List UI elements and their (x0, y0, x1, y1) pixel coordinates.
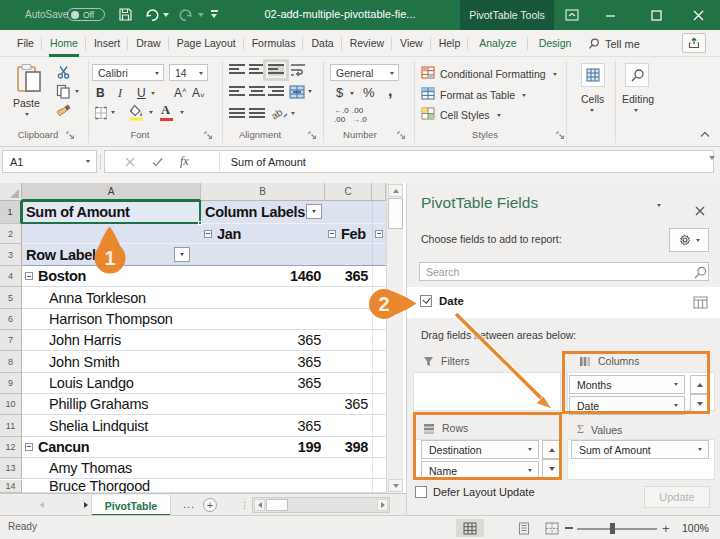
bold-button[interactable]: B (96, 86, 105, 100)
align-left-button[interactable] (229, 86, 245, 98)
row-header-5[interactable]: 5 (0, 287, 22, 308)
filters-dropzone[interactable] (413, 372, 561, 411)
vertical-scrollbar[interactable] (386, 183, 403, 493)
cell-r8c0[interactable]: John Smith (22, 351, 201, 371)
row-header-8[interactable]: 8 (0, 351, 22, 372)
cell-r8c1[interactable]: 365 (201, 351, 325, 371)
cells-button[interactable] (581, 63, 605, 87)
ribbon-tab-home[interactable]: Home (42, 30, 86, 57)
chevron-down-icon[interactable] (674, 404, 678, 407)
tell-me-box[interactable]: Tell me (588, 30, 640, 57)
minimize-button[interactable] (594, 0, 626, 30)
ribbon-tab-page-layout[interactable]: Page Layout (169, 30, 244, 57)
center-button[interactable] (249, 86, 265, 98)
rows-spin-down[interactable] (542, 459, 562, 478)
number-dialog-launcher-icon[interactable] (397, 131, 406, 140)
column-header-partial[interactable] (372, 183, 386, 201)
chevron-down-icon[interactable] (199, 72, 203, 75)
chevron-down-icon[interactable] (528, 448, 532, 451)
row-header-1[interactable]: 1 (0, 201, 22, 224)
copy-dropdown-icon[interactable] (75, 90, 79, 93)
font-color-dropdown-icon[interactable] (180, 111, 184, 114)
row-header-10[interactable]: 10 (0, 394, 22, 415)
new-sheet-button[interactable]: + (203, 498, 217, 512)
font-dialog-launcher-icon[interactable] (204, 131, 213, 140)
decrease-decimal-button[interactable]: .00→.0 (352, 106, 367, 124)
ribbon-tab-draw[interactable]: Draw (128, 30, 169, 57)
rows-spin-up[interactable] (542, 440, 562, 459)
context-tab-pivottable-tools[interactable]: PivotTable Tools (460, 0, 554, 30)
horizontal-scroll-thumb[interactable] (266, 499, 288, 511)
cell-r3c0[interactable]: Row Labels (22, 244, 201, 265)
decrease-font-button[interactable]: A˅ (192, 86, 205, 100)
styles-dialog-launcher-icon[interactable] (556, 131, 565, 140)
cell-styles-button[interactable]: Cell Styles (421, 106, 501, 124)
ribbon-tab-insert[interactable]: Insert (86, 30, 128, 57)
ribbon-tab-review[interactable]: Review (342, 30, 392, 57)
orientation-dropdown-icon[interactable] (291, 112, 295, 115)
cell-r2c3[interactable] (372, 224, 386, 243)
zoom-slider-handle[interactable] (610, 523, 615, 534)
chevron-down-icon[interactable] (390, 72, 394, 75)
ribbon-tab-view[interactable]: View (392, 30, 431, 57)
zoom-in-button[interactable]: + (662, 521, 670, 536)
vertical-scroll-thumb[interactable] (388, 198, 403, 229)
rows-field-destination[interactable]: Destination (421, 440, 539, 459)
columns-field-date[interactable]: Date (569, 396, 685, 415)
share-button[interactable] (682, 33, 706, 53)
zoom-out-button[interactable] (565, 527, 573, 529)
autosave-toggle[interactable]: Off (67, 8, 105, 21)
sheet-nav-right-icon[interactable] (84, 502, 88, 508)
cell-r10c2[interactable]: 365 (325, 394, 372, 414)
grid-body[interactable]: Sum of AmountColumn LabelsJanFebRow Labe… (22, 201, 386, 493)
select-all-corner[interactable] (0, 183, 22, 201)
ribbon-tab-help[interactable]: Help (431, 30, 469, 57)
rows-field-name[interactable]: Name (421, 461, 539, 480)
editing-button[interactable] (625, 63, 649, 87)
comma-button[interactable]: , (388, 82, 392, 100)
borders-dropdown-icon[interactable] (111, 111, 115, 114)
enter-icon[interactable] (152, 157, 163, 167)
number-format-combo[interactable]: General (330, 64, 399, 81)
pane-close-icon[interactable] (695, 202, 705, 220)
collapse-ribbon-icon[interactable] (699, 126, 711, 144)
row-header-12[interactable]: 12 (0, 437, 22, 458)
cell-r7c1[interactable]: 365 (201, 330, 325, 350)
tools-button[interactable] (669, 228, 709, 252)
cell-r7c0[interactable]: John Harris (22, 330, 201, 350)
decrease-indent-button[interactable] (229, 108, 245, 120)
sheet-nav-left-icon[interactable] (40, 502, 44, 508)
zoom-slider-track[interactable] (577, 528, 657, 530)
row-header-7[interactable]: 7 (0, 330, 22, 351)
row-header-4[interactable]: 4 (0, 266, 22, 287)
defer-layout-row[interactable]: Defer Layout Update (415, 486, 535, 498)
scroll-left-button[interactable] (254, 499, 265, 511)
cancel-icon[interactable] (125, 157, 135, 167)
row-header-3[interactable]: 3 (0, 244, 22, 266)
cell-r4c1[interactable]: 1460 (201, 266, 325, 286)
underline-button[interactable]: U (137, 86, 146, 100)
chevron-down-icon[interactable] (698, 448, 702, 451)
columns-spin-down[interactable] (690, 394, 710, 413)
cell-r11c1[interactable]: 365 (201, 415, 325, 435)
cell-r4c0[interactable]: Boston (22, 266, 201, 286)
row-header-6[interactable]: 6 (0, 309, 22, 330)
chevron-down-icon[interactable] (674, 383, 678, 386)
cell-r6c0[interactable]: Harrison Thompson (22, 309, 201, 329)
row-header-11[interactable]: 11 (0, 415, 22, 436)
insert-function-icon[interactable]: fx (180, 154, 189, 169)
italic-button[interactable]: I (118, 86, 122, 101)
ribbon-tab-design[interactable]: Design (528, 30, 583, 57)
align-right-button[interactable] (268, 86, 284, 98)
expand-formula-bar-icon[interactable] (709, 156, 715, 160)
formula-bar-splitter[interactable] (100, 155, 103, 169)
zoom-level[interactable]: 100% (682, 522, 709, 534)
increase-indent-button[interactable] (249, 108, 265, 120)
clipboard-dialog-launcher-icon[interactable] (66, 131, 75, 140)
collapse-toggle-icon[interactable] (204, 230, 212, 238)
conditional-formatting-button[interactable]: Conditional Formatting (421, 65, 557, 83)
column-header-b[interactable]: B (201, 183, 325, 201)
columns-field-months[interactable]: Months (569, 375, 685, 394)
format-as-table-button[interactable]: Format as Table (421, 86, 526, 104)
field-item-date[interactable]: Date (420, 295, 464, 307)
